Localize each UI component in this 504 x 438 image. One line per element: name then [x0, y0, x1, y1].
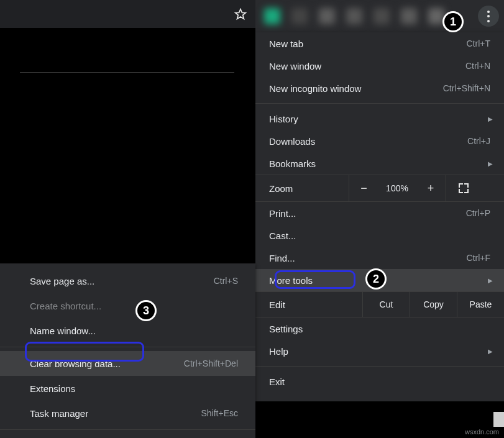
shortcut: Ctrl+F	[467, 253, 491, 263]
submenu-caret-icon: ▶	[488, 277, 493, 284]
menu-zoom-row: Zoom − 100% +	[255, 175, 504, 202]
shortcut: Ctrl+P	[466, 208, 490, 218]
menu-new-window[interactable]: New window Ctrl+N	[255, 55, 504, 77]
shortcut: Shift+Esc	[201, 408, 238, 418]
menu-label: History	[269, 114, 490, 124]
menu-label: Task manager	[30, 408, 201, 419]
menu-separator	[255, 103, 504, 104]
submenu-clear-browsing-data[interactable]: Clear browsing data... Ctrl+Shift+Del	[0, 351, 255, 376]
menu-label: New window	[269, 61, 465, 71]
menu-downloads[interactable]: Downloads Ctrl+J	[255, 130, 504, 152]
zoom-value: 100%	[378, 183, 416, 193]
menu-help[interactable]: Help ▶	[255, 340, 504, 362]
edit-paste-button[interactable]: Paste	[457, 292, 504, 317]
menu-label: Name window...	[30, 326, 238, 336]
content-divider	[20, 72, 234, 73]
menu-label: Settings	[269, 324, 490, 334]
main-menu: New tab Ctrl+T New window Ctrl+N New inc…	[255, 32, 504, 401]
menu-label: Bookmarks	[269, 158, 490, 169]
edit-cut-button[interactable]: Cut	[362, 292, 410, 317]
menu-print[interactable]: Print... Ctrl+P	[255, 202, 504, 224]
menu-bookmarks[interactable]: Bookmarks ▶	[255, 152, 504, 175]
menu-label: Create shortcut...	[30, 301, 238, 311]
svg-marker-0	[236, 9, 246, 19]
menu-label: Exit	[269, 376, 490, 387]
menu-more-tools[interactable]: More tools ▶	[255, 269, 504, 291]
menu-kebab-icon[interactable]	[478, 6, 499, 27]
fullscreen-button[interactable]	[446, 175, 480, 201]
edit-label: Edit	[255, 299, 362, 310]
shortcut: Ctrl+T	[467, 39, 491, 48]
menu-cast[interactable]: Cast...	[255, 224, 504, 247]
menu-separator	[0, 347, 255, 347]
watermark: wsxdn.com	[465, 428, 499, 436]
submenu-create-shortcut[interactable]: Create shortcut...	[0, 293, 255, 318]
shortcut: Ctrl+N	[465, 61, 490, 71]
omnibox-toolbar	[0, 0, 255, 29]
menu-label: Save page as...	[30, 276, 214, 286]
menu-history[interactable]: History ▶	[255, 107, 504, 130]
submenu-save-page[interactable]: Save page as... Ctrl+S	[0, 268, 255, 293]
submenu-caret-icon: ▶	[488, 116, 493, 122]
menu-label: Cast...	[269, 230, 490, 241]
menu-label: Clear browsing data...	[30, 358, 184, 369]
shortcut: Ctrl+Shift+N	[443, 83, 490, 93]
menu-new-tab[interactable]: New tab Ctrl+T	[255, 32, 504, 55]
more-tools-submenu: Save page as... Ctrl+S Create shortcut..…	[0, 263, 255, 438]
menu-find[interactable]: Find... Ctrl+F	[255, 247, 504, 269]
zoom-in-button[interactable]: +	[416, 175, 446, 201]
zoom-out-button[interactable]: −	[349, 175, 378, 201]
fullscreen-icon	[459, 183, 469, 193]
menu-label: Extensions	[30, 383, 238, 394]
shortcut: Ctrl+Shift+Del	[184, 358, 238, 368]
extension-icons-blurred	[264, 8, 444, 24]
submenu-task-manager[interactable]: Task manager Shift+Esc	[0, 401, 255, 426]
menu-exit[interactable]: Exit	[255, 370, 504, 393]
edit-copy-button[interactable]: Copy	[410, 292, 457, 317]
menu-label: Downloads	[269, 136, 467, 147]
submenu-name-window[interactable]: Name window...	[0, 318, 255, 343]
submenu-caret-icon: ▶	[488, 348, 493, 355]
menu-label: Print...	[269, 208, 466, 219]
scrollbar-stub	[493, 412, 504, 427]
menu-edit-row: Edit Cut Copy Paste	[255, 291, 504, 317]
menu-new-incognito[interactable]: New incognito window Ctrl+Shift+N	[255, 77, 504, 99]
menu-label: New tab	[269, 39, 467, 49]
submenu-caret-icon: ▶	[488, 160, 493, 167]
menu-separator	[0, 429, 255, 430]
browser-toolbar	[255, 0, 504, 32]
shortcut: Ctrl+J	[467, 136, 490, 146]
bookmark-star-icon[interactable]	[233, 7, 248, 22]
shortcut: Ctrl+S	[214, 276, 238, 286]
menu-label: Find...	[269, 253, 467, 263]
menu-label: New incognito window	[269, 83, 443, 94]
zoom-label: Zoom	[255, 183, 349, 194]
menu-separator	[255, 366, 504, 367]
menu-label: More tools	[269, 275, 490, 286]
menu-label: Help	[269, 346, 490, 357]
menu-settings[interactable]: Settings	[255, 317, 504, 340]
submenu-developer-tools[interactable]: Developer tools Ctrl+Shift+I	[0, 434, 255, 438]
submenu-extensions[interactable]: Extensions	[0, 376, 255, 401]
